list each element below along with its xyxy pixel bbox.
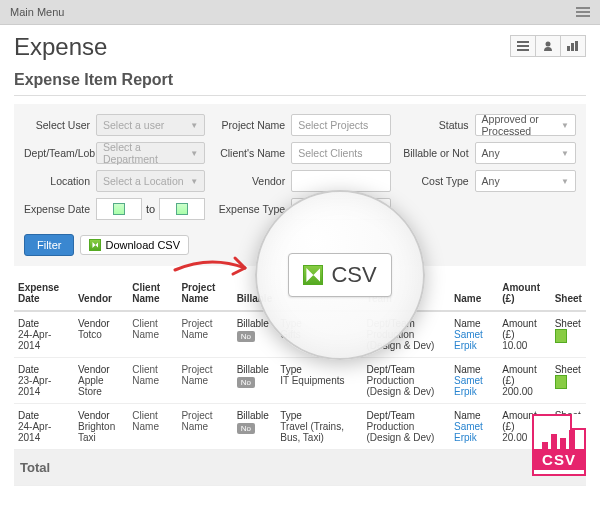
- project-input[interactable]: Select Projects: [291, 114, 390, 136]
- th-billable: Billable: [233, 276, 277, 311]
- location-dropdown[interactable]: Select a Location▼: [96, 170, 205, 192]
- cost-type-dropdown[interactable]: Any▼: [475, 170, 576, 192]
- th-name: Name: [450, 276, 498, 311]
- status-label: Status: [401, 119, 475, 131]
- th-type: [276, 276, 362, 311]
- user-link[interactable]: Samet Erpik: [454, 375, 494, 397]
- page: Expense Expense Item Report Select UserS…: [0, 25, 600, 494]
- th-client: Client Name: [128, 276, 177, 311]
- date-from-input[interactable]: [96, 198, 142, 220]
- sheet-icon[interactable]: [555, 375, 567, 389]
- th-date: Expense Date: [14, 276, 74, 311]
- project-label: Project Name: [215, 119, 291, 131]
- billable-label: Billable or Not: [401, 147, 475, 159]
- expense-type-label: Expense Type: [215, 203, 291, 215]
- user-link[interactable]: Samet Erpik: [454, 421, 494, 443]
- th-vendor: Vendor: [74, 276, 128, 311]
- dept-dropdown[interactable]: Select a Department▼: [96, 142, 205, 164]
- table-row: Date24-Apr-2014VendorBrighton TaxiClient…: [14, 404, 586, 450]
- calendar-icon: [113, 203, 125, 215]
- th-sheet: Sheet: [551, 276, 586, 311]
- table-row: Date24-Apr-2014VendorTotcoClient NamePro…: [14, 311, 586, 358]
- topbar: Main Menu: [0, 0, 600, 25]
- sheet-icon[interactable]: [555, 421, 567, 435]
- user-link[interactable]: Samet Erpik: [454, 329, 494, 351]
- svg-point-3: [546, 42, 551, 47]
- table-row: Date23-Apr-2014VendorApple StoreClient N…: [14, 358, 586, 404]
- filter-col-1: Select UserSelect a user▼ Dept/Team/LobS…: [24, 114, 205, 226]
- download-csv-button[interactable]: Download CSV: [80, 235, 189, 255]
- filter-button[interactable]: Filter: [24, 234, 74, 256]
- expense-type-input[interactable]: [291, 198, 390, 220]
- dept-label: Dept/Team/Lob: [24, 147, 96, 159]
- filters-panel: Select UserSelect a user▼ Dept/Team/LobS…: [14, 104, 586, 266]
- svg-rect-4: [567, 46, 570, 51]
- view-toolbar: [511, 35, 586, 57]
- location-label: Location: [24, 175, 96, 187]
- chart-view-button[interactable]: [560, 35, 586, 57]
- calendar-icon: [176, 203, 188, 215]
- select-user-label: Select User: [24, 119, 96, 131]
- th-project: Project Name: [177, 276, 232, 311]
- vendor-label: Vendor: [215, 175, 291, 187]
- th-amount: Amount (£): [498, 276, 550, 311]
- main-menu-link[interactable]: Main Menu: [10, 6, 64, 18]
- status-dropdown[interactable]: Approved or Processed▼: [475, 114, 576, 136]
- total-value: £230.00: [498, 450, 586, 486]
- client-input[interactable]: Select Clients: [291, 142, 390, 164]
- sheet-icon[interactable]: [555, 329, 567, 343]
- th-team: Team: [363, 276, 450, 311]
- report-title: Expense Item Report: [14, 71, 586, 96]
- total-label: Total: [14, 450, 498, 486]
- total-row: Total £230.00: [14, 450, 586, 486]
- hamburger-icon[interactable]: [576, 7, 590, 17]
- expense-table: Expense Date Vendor Client Name Project …: [14, 276, 586, 486]
- billable-dropdown[interactable]: Any▼: [475, 142, 576, 164]
- user-view-button[interactable]: [535, 35, 561, 57]
- client-label: Client's Name: [215, 147, 291, 159]
- table-header-row: Expense Date Vendor Client Name Project …: [14, 276, 586, 311]
- svg-rect-2: [517, 49, 529, 51]
- cost-type-label: Cost Type: [401, 175, 475, 187]
- date-to-text: to: [146, 203, 155, 215]
- date-to-input[interactable]: [159, 198, 205, 220]
- svg-rect-0: [517, 41, 529, 43]
- page-title: Expense: [14, 33, 586, 61]
- expense-date-label: Expense Date: [24, 203, 96, 215]
- svg-rect-5: [571, 43, 574, 51]
- list-view-button[interactable]: [510, 35, 536, 57]
- svg-rect-1: [517, 45, 529, 47]
- select-user-dropdown[interactable]: Select a user▼: [96, 114, 205, 136]
- spreadsheet-icon: [89, 239, 101, 251]
- svg-rect-6: [575, 41, 578, 51]
- filter-col-3: StatusApproved or Processed▼ Billable or…: [401, 114, 576, 226]
- filter-col-2: Project NameSelect Projects Client's Nam…: [215, 114, 390, 226]
- vendor-input[interactable]: [291, 170, 390, 192]
